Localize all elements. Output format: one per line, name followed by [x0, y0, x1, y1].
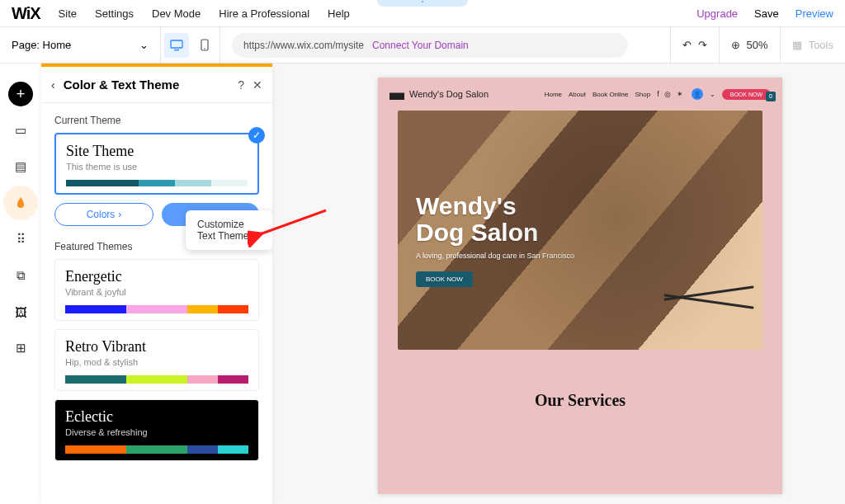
- header-book-button[interactable]: BOOK NOW 0: [722, 89, 771, 100]
- colors-tab[interactable]: Colors›: [54, 203, 153, 226]
- featured-theme-card[interactable]: EclecticDiverse & refreshing: [54, 399, 259, 461]
- featured-theme-card[interactable]: EnergeticVibrant & joyful: [54, 259, 259, 321]
- save-button[interactable]: Save: [754, 7, 779, 20]
- featured-swatches: [65, 305, 248, 313]
- svg-point-3: [204, 48, 205, 49]
- site-header: Wendy's Dog Salon Home About Book Online…: [378, 78, 782, 111]
- current-theme-card[interactable]: ✓ Site Theme This theme is use: [54, 133, 259, 195]
- services-heading: Our Services: [378, 391, 782, 410]
- featured-name: Energetic: [65, 268, 248, 285]
- svg-rect-1: [174, 49, 179, 50]
- tools-toggle[interactable]: ▦ Tools: [780, 27, 845, 63]
- wix-logo[interactable]: WiX: [12, 4, 40, 23]
- theme-swatches: [66, 180, 248, 186]
- close-icon[interactable]: ✕: [253, 78, 262, 92]
- url-bar[interactable]: https://www.wix.com/mysite Connect Your …: [232, 33, 628, 58]
- content-icon[interactable]: ⊞: [8, 336, 33, 360]
- device-toggle: [161, 27, 220, 63]
- menu-settings[interactable]: Settings: [95, 7, 134, 20]
- site-preview[interactable]: Wendy's Dog Salon Home About Book Online…: [378, 78, 782, 494]
- current-theme-label: Current Theme: [54, 115, 259, 126]
- featured-theme-card[interactable]: Retro VibrantHip, mod & stylish: [54, 329, 259, 391]
- add-apps-icon[interactable]: ⧉: [8, 263, 33, 288]
- scissors-graphic: [647, 276, 754, 317]
- theme-desc: This theme is use: [66, 162, 248, 172]
- help-icon[interactable]: ?: [238, 78, 244, 92]
- chevron-down-icon: ⌄: [139, 39, 149, 51]
- page-name: Home: [43, 39, 72, 51]
- add-element-button[interactable]: +: [8, 82, 33, 106]
- tools-icon: ▦: [792, 39, 802, 51]
- media-icon[interactable]: 🖼: [8, 299, 33, 324]
- cart-badge[interactable]: 0: [766, 92, 776, 101]
- featured-swatches: [65, 445, 248, 454]
- undo-redo: ↶ ↷: [670, 27, 719, 63]
- sections-icon[interactable]: ▭: [8, 118, 33, 143]
- menu-devmode[interactable]: Dev Mode: [152, 7, 201, 20]
- avatar-icon[interactable]: 👤: [692, 88, 703, 100]
- avatar-chevron-icon[interactable]: ⌄: [710, 91, 715, 98]
- connect-domain-link[interactable]: Connect Your Domain: [372, 40, 469, 51]
- upgrade-link[interactable]: Upgrade: [696, 7, 738, 20]
- editor-toolbar: Page: Home ⌄ https://www.wix.com/mysite …: [0, 27, 845, 64]
- social-icons[interactable]: f ◎ ✶: [657, 90, 685, 98]
- svg-rect-0: [171, 40, 182, 48]
- preview-link[interactable]: Preview: [795, 7, 833, 20]
- featured-name: Eclectic: [65, 408, 248, 426]
- hero-image: Wendy'sDog Salon A loving, professional …: [398, 111, 762, 350]
- hero-cta-button[interactable]: BOOK NOW: [416, 271, 473, 287]
- zoom-target-icon: ⊕: [731, 39, 740, 51]
- hero-subtitle: A loving, professional dog care in San F…: [416, 252, 574, 260]
- mobile-icon[interactable]: [192, 33, 217, 58]
- featured-swatches: [65, 375, 248, 384]
- url-text: https://www.wix.com/mysite: [243, 40, 364, 51]
- featured-name: Retro Vibrant: [65, 338, 248, 356]
- chevron-right-icon: ›: [118, 209, 121, 220]
- zoom-value: 50%: [747, 39, 768, 51]
- nav-book[interactable]: Book Online: [592, 91, 629, 98]
- menu-hire[interactable]: Hire a Professional: [219, 7, 309, 20]
- undo-icon[interactable]: ↶: [682, 39, 692, 51]
- pages-icon[interactable]: ▤: [8, 154, 33, 179]
- page-label: Page:: [12, 39, 40, 51]
- apps-icon[interactable]: ⠿: [8, 227, 33, 252]
- menu-site[interactable]: Site: [59, 7, 77, 20]
- menu-help[interactable]: Help: [328, 7, 350, 20]
- redo-icon[interactable]: ↷: [698, 39, 707, 51]
- featured-desc: Vibrant & joyful: [65, 287, 248, 297]
- text-tab-tooltip: Customize Text Theme: [186, 210, 272, 250]
- tools-label: Tools: [809, 39, 833, 51]
- panel-title: Color & Text Theme: [64, 78, 230, 92]
- theme-panel: ‹ Color & Text Theme ? ✕ Current Theme ✓…: [41, 64, 272, 504]
- theme-name: Site Theme: [66, 143, 248, 160]
- featured-desc: Diverse & refreshing: [65, 427, 248, 437]
- left-rail: + ▭ ▤ ⠿ ⧉ 🖼 ⊞: [0, 64, 41, 504]
- comb-logo-icon: [389, 88, 404, 100]
- back-icon[interactable]: ‹: [51, 78, 55, 92]
- nav-shop[interactable]: Shop: [635, 91, 651, 98]
- site-brand[interactable]: Wendy's Dog Salon: [389, 88, 489, 100]
- desktop-icon[interactable]: [164, 33, 189, 58]
- brand-text: Wendy's Dog Salon: [409, 89, 489, 99]
- page-selector[interactable]: Page: Home ⌄: [0, 27, 161, 63]
- hero-title: Wendy'sDog Salon: [416, 193, 574, 245]
- featured-desc: Hip, mod & stylish: [65, 357, 248, 367]
- selected-check-icon: ✓: [248, 127, 265, 144]
- top-notch[interactable]: ˄: [377, 0, 468, 7]
- nav-home[interactable]: Home: [545, 91, 562, 98]
- nav-about[interactable]: About: [569, 91, 586, 98]
- site-design-icon[interactable]: [8, 191, 33, 215]
- zoom-control[interactable]: ⊕ 50%: [719, 27, 780, 63]
